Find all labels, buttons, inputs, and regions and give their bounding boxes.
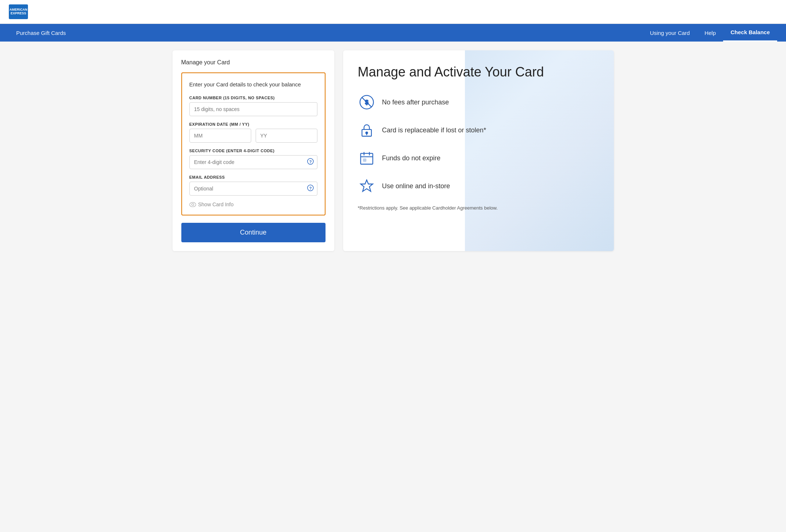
expiration-mm-input[interactable] bbox=[189, 129, 251, 143]
svg-rect-15 bbox=[363, 159, 366, 161]
svg-text:?: ? bbox=[309, 159, 312, 164]
calendar-icon bbox=[358, 149, 376, 167]
panel-title: Manage your Card bbox=[181, 59, 326, 66]
email-input[interactable] bbox=[189, 182, 317, 196]
security-help-icon[interactable]: ? bbox=[307, 158, 314, 166]
lock-icon bbox=[358, 121, 376, 139]
feature-no-expire-text: Funds do not expire bbox=[382, 154, 441, 162]
card-number-input[interactable] bbox=[189, 102, 317, 116]
security-code-label: SECURITY CODE (ENTER 4-DIGIT CODE) bbox=[189, 149, 317, 153]
card-form: Enter your Card details to check your ba… bbox=[181, 72, 326, 215]
feature-list: $ No fees after purchase bbox=[358, 93, 599, 195]
nav-using-card[interactable]: Using your Card bbox=[643, 24, 697, 42]
expiration-group: EXPIRATION DATE (MM / YY) bbox=[189, 122, 317, 143]
feature-no-fees-text: No fees after purchase bbox=[382, 99, 449, 106]
feature-no-fees: $ No fees after purchase bbox=[358, 93, 599, 111]
right-panel: Manage and Activate Your Card $ No fees … bbox=[343, 50, 614, 251]
nav-bar: Purchase Gift Cards Using your Card Help… bbox=[0, 24, 786, 42]
right-content: Manage and Activate Your Card $ No fees … bbox=[358, 64, 599, 211]
disclaimer: *Restrictions apply. See applicable Card… bbox=[358, 205, 599, 211]
nav-check-balance[interactable]: Check Balance bbox=[723, 24, 777, 42]
nav-help[interactable]: Help bbox=[697, 24, 723, 42]
svg-marker-16 bbox=[360, 180, 373, 192]
card-number-group: CARD NUMBER (15 DIGITS, NO SPACES) bbox=[189, 96, 317, 116]
nav-right: Using your Card Help Check Balance bbox=[643, 24, 777, 42]
feature-no-expire: Funds do not expire bbox=[358, 149, 599, 167]
no-fee-icon: $ bbox=[358, 93, 376, 111]
security-code-input[interactable] bbox=[189, 155, 317, 169]
svg-text:$: $ bbox=[365, 99, 368, 106]
svg-point-9 bbox=[366, 132, 368, 134]
email-label: EMAIL ADDRESS bbox=[189, 175, 317, 179]
nav-left: Purchase Gift Cards bbox=[9, 24, 73, 42]
security-code-group: SECURITY CODE (ENTER 4-DIGIT CODE) ? bbox=[189, 149, 317, 169]
email-group: EMAIL ADDRESS ? bbox=[189, 175, 317, 196]
left-panel: Manage your Card Enter your Card details… bbox=[173, 50, 334, 251]
nav-purchase-gift-cards[interactable]: Purchase Gift Cards bbox=[9, 24, 73, 42]
top-bar: AMERICAN EXPRESS bbox=[0, 0, 786, 24]
feature-online-text: Use online and in-store bbox=[382, 182, 450, 190]
security-input-wrapper: ? bbox=[189, 155, 317, 169]
form-description: Enter your Card details to check your ba… bbox=[189, 81, 317, 89]
svg-text:?: ? bbox=[309, 186, 312, 190]
feature-replaceable-text: Card is replaceable if lost or stolen* bbox=[382, 126, 486, 134]
card-number-label: CARD NUMBER (15 DIGITS, NO SPACES) bbox=[189, 96, 317, 100]
feature-online: Use online and in-store bbox=[358, 177, 599, 195]
svg-point-4 bbox=[192, 203, 194, 206]
email-input-wrapper: ? bbox=[189, 182, 317, 196]
amex-logo: AMERICAN EXPRESS bbox=[9, 4, 28, 19]
continue-button[interactable]: Continue bbox=[181, 223, 326, 242]
email-help-icon[interactable]: ? bbox=[307, 185, 314, 193]
right-panel-title: Manage and Activate Your Card bbox=[358, 64, 599, 80]
main-content: Manage your Card Enter your Card details… bbox=[165, 50, 621, 251]
show-card-info-link[interactable]: Show Card Info bbox=[189, 201, 317, 207]
feature-replaceable: Card is replaceable if lost or stolen* bbox=[358, 121, 599, 139]
svg-rect-11 bbox=[360, 153, 373, 164]
expiration-label: EXPIRATION DATE (MM / YY) bbox=[189, 122, 317, 126]
star-icon bbox=[358, 177, 376, 195]
expiration-yy-input[interactable] bbox=[256, 129, 317, 143]
show-card-info-label: Show Card Info bbox=[198, 201, 234, 207]
date-row bbox=[189, 129, 317, 143]
